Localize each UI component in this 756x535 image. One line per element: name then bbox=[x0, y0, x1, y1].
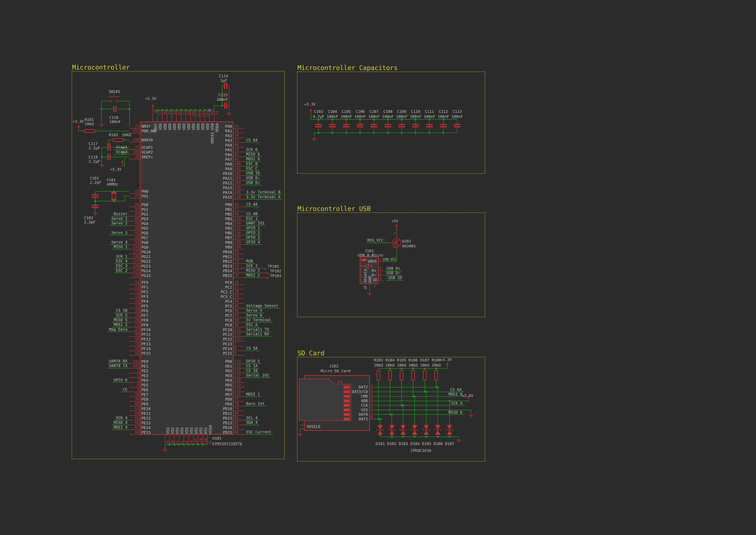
pin-row: PC8985v Terminal bbox=[210, 318, 285, 323]
section-title: Microcontroller bbox=[72, 64, 130, 71]
testpoint: TP101 bbox=[259, 265, 279, 268]
pins-left-ph: 23PH024PH1 bbox=[75, 189, 163, 199]
resistor-label: R10710kΩ bbox=[419, 358, 430, 367]
top-pin: 121VDD bbox=[196, 122, 201, 122]
pin-row: PC999ESC A bbox=[210, 323, 285, 327]
ground-symbol bbox=[312, 137, 317, 141]
chip-bottom-pins: 16VSS38VSS51VSS61VSS83VSS94VSS107VSS120V… bbox=[166, 408, 213, 408]
pin-row: 68PE15 bbox=[75, 430, 163, 435]
pin-name: VBUS bbox=[367, 259, 377, 264]
pin-row: ESC 4127PG12 bbox=[75, 259, 163, 264]
val-q101: AO3401 bbox=[402, 244, 416, 248]
pin-row: PB4134UART IO1 bbox=[210, 221, 285, 226]
pin-row: PD5119 bbox=[210, 383, 285, 387]
pin-row: PB1576MOSI 2TP103 bbox=[210, 273, 285, 278]
sd-card-icon bbox=[299, 379, 351, 420]
ref-j102: J102 bbox=[329, 364, 338, 368]
pin-row: PC797Servo 6 bbox=[210, 313, 285, 318]
pin-row: 64PE11 bbox=[75, 411, 163, 416]
pin-row: PB147 bbox=[210, 207, 285, 212]
pin-row: PA236 bbox=[210, 133, 285, 138]
pins-left-vcap: Vcap171VCAP1Vcap2106VCAP232VREF+ bbox=[75, 145, 163, 159]
pin-name: ID bbox=[373, 278, 377, 282]
pin-name: D− bbox=[372, 273, 376, 277]
pin-row: CE5PE6 bbox=[75, 387, 163, 392]
pin-row: PD7123MOSI 1 bbox=[210, 392, 285, 397]
capacitor-bank bbox=[315, 119, 461, 134]
ground-symbol bbox=[367, 292, 372, 296]
ref-u101: U101 bbox=[212, 436, 221, 440]
power-arrow bbox=[395, 224, 398, 230]
pin-row: PC11112Serial1 RX bbox=[210, 332, 285, 337]
top-pin: 144VDD bbox=[205, 122, 210, 122]
pin-row: 11PF1 bbox=[75, 285, 163, 290]
usb-wiring-art bbox=[297, 213, 486, 318]
pin-row: PD6122 bbox=[210, 387, 285, 392]
pin-row: PB1475MISO 2TP102 bbox=[210, 268, 285, 273]
pin-row: MOSI 467PE14 bbox=[75, 425, 163, 430]
capacitor-label: C110100nF bbox=[409, 109, 422, 119]
capacitor-symbol bbox=[225, 103, 227, 109]
pins-left-pe: UART8 RX141PE0UART8 TX142PE11PE22PE3GPIO… bbox=[75, 359, 163, 435]
pin-row: PD1281SCL 4 bbox=[210, 416, 285, 421]
pin-row: SCK 465PE12 bbox=[75, 416, 163, 421]
ref-q101: Q101 bbox=[402, 239, 411, 243]
pin-number: 5 bbox=[372, 283, 377, 287]
top-pin: 30VDD bbox=[163, 122, 168, 122]
pin-number: 1 bbox=[379, 257, 382, 262]
pin-row: PA13105 bbox=[210, 185, 285, 190]
bottom-pin: 94VSS bbox=[189, 408, 194, 408]
pin-row: PC159 bbox=[210, 351, 285, 356]
power-arrow bbox=[121, 160, 123, 166]
capacitor-label: C111100nF bbox=[422, 109, 436, 119]
pin-row: PC026 bbox=[210, 280, 285, 285]
pin-row: PA151103.3v Terminal A bbox=[210, 195, 285, 200]
testpoint-circle-icon bbox=[267, 277, 269, 279]
pin-row: 50PF12 bbox=[75, 337, 163, 342]
power-label: +3.3V bbox=[72, 119, 84, 124]
ref-r102: R102 bbox=[109, 133, 118, 137]
pin-row: 53PF13 bbox=[75, 342, 163, 346]
top-pin: 33VDDA bbox=[215, 122, 220, 122]
top-pin: 131VDD bbox=[201, 122, 205, 122]
pin-row: 138BOOT0 bbox=[75, 138, 163, 142]
pin-row: PC127 bbox=[210, 285, 285, 290]
pin-row: PA541SCK 6 bbox=[210, 148, 285, 152]
pins-left-boot: 138BOOT0 bbox=[75, 138, 163, 142]
pin-row: 132PG15 bbox=[75, 273, 163, 278]
pin-name: GND bbox=[368, 274, 372, 283]
bottom-pin: 107VSS bbox=[194, 408, 199, 408]
ref-sw101: SW101 bbox=[109, 90, 120, 94]
ground-symbol bbox=[163, 448, 168, 452]
resistor-label: R10510kΩ bbox=[396, 358, 407, 367]
top-pin: 6VBAT bbox=[153, 122, 158, 122]
pin-number: 2 bbox=[379, 271, 382, 275]
capacitor-label: C109100nF bbox=[395, 109, 409, 119]
pin-row: 24PH1 bbox=[75, 194, 163, 199]
pins-right-pa: PA034PA135PA236PA337CS 6APA440PA541SCK 6… bbox=[210, 124, 285, 200]
val-c101: 2.2pF bbox=[90, 181, 101, 185]
bottom-pin: 61VSS bbox=[180, 408, 184, 408]
pins-left-pf: 10PF011PF112PF213PF314PF415PF5CS 5B18PF6… bbox=[75, 280, 163, 356]
pin-row: 13PF3 bbox=[75, 294, 163, 299]
pin-row: 10PF0 bbox=[75, 280, 163, 285]
pin-row: PA135 bbox=[210, 129, 285, 133]
pin-row: PA11103USB D− bbox=[210, 176, 285, 181]
pin-number: 6 bbox=[362, 283, 366, 287]
pin-row: 92PG7 bbox=[75, 236, 163, 240]
ref-c116: C116 bbox=[109, 115, 119, 120]
pin-number: 9 bbox=[301, 423, 303, 428]
section-usb: Microcontroller USB bbox=[297, 212, 485, 317]
pin-row: PB046CS 4A bbox=[210, 202, 285, 207]
section-title: Microcontroller USB bbox=[297, 205, 371, 212]
pin-row: PB8139GPIO 4 bbox=[210, 240, 285, 245]
pin-row: 59PE8 bbox=[75, 397, 163, 402]
pin-row: PD877 bbox=[210, 397, 285, 402]
pins-right-pb: PB046CS 4APB147PB248CS 4BPB3133ESC 1PB41… bbox=[210, 202, 285, 278]
pin-row: 57PG1 bbox=[75, 207, 163, 212]
bottom-pin: 51VSS bbox=[175, 408, 180, 408]
ref-r101: R101 bbox=[85, 118, 94, 122]
pin-row: PD1382SDA 4 bbox=[210, 421, 285, 425]
ref-c114: C114 bbox=[219, 74, 228, 78]
pin-row: Vcap171VCAP1 bbox=[75, 145, 163, 150]
